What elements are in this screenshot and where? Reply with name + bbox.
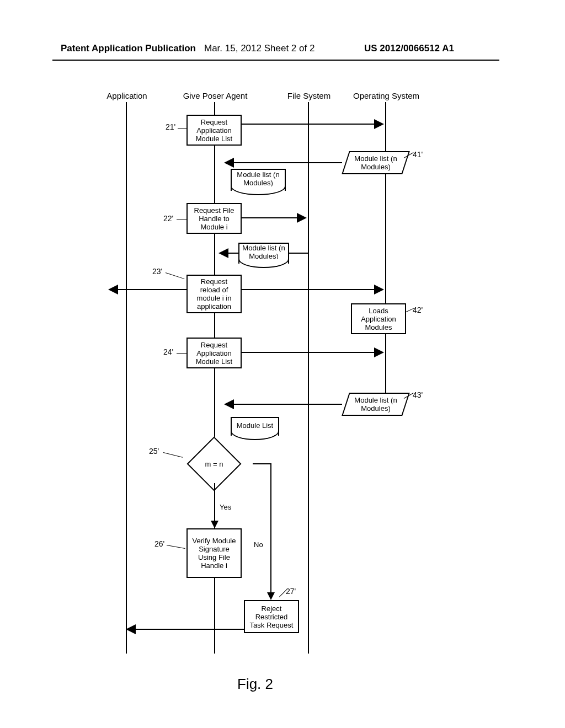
decision-25-label: m = n [175,445,253,483]
header-rule [52,60,499,61]
patent-figure-page: Patent Application Publication Mar. 15, … [0,0,565,728]
msg-21-to-os [242,124,376,125]
msg-22-to-fs [242,217,299,218]
arrowhead-27-app [127,625,135,633]
ref-21: 21' [166,122,175,131]
leader-26 [167,545,185,549]
ref-42: 42' [413,306,423,314]
arrowhead-22 [298,214,306,222]
msg-24-to-os [242,352,376,353]
msg-23-to-os [242,289,376,290]
lifeline-application [126,102,127,654]
msg-fs-return-r [289,253,308,254]
label-no: No [254,540,263,549]
arrowhead-24 [375,349,383,356]
lane-agent: Give Poser Agent [177,91,254,100]
lane-filesystem: File System [281,91,337,100]
lane-application: Application [99,91,154,100]
msg-23-to-app [116,289,186,290]
arrowhead-yes [211,521,218,528]
decision-25: m = n [175,445,253,483]
artifact-43-text: Module list (n Modules) [345,396,406,413]
artifact-41-module-list: Module list (n Modules) [345,151,406,174]
label-yes: Yes [220,503,231,511]
ref-24: 24' [163,347,173,356]
ref-25: 25' [149,447,159,456]
ref-22: 22' [163,214,173,223]
edge-yes [214,483,215,522]
lifeline-os [385,102,386,411]
arrowhead-23-os [375,286,383,293]
arrowhead-fs-return [220,249,227,257]
lifeline-filesystem [308,102,309,654]
artifact-43-module-list: Module list (n Modules) [345,393,406,416]
step-27-reject-request: Reject Restricted Task Request [244,600,299,633]
leader-22 [177,220,186,220]
leader-24 [177,353,186,354]
arrowhead-43-return [225,400,233,408]
msg-43-return [232,404,342,405]
edge-no-h [253,463,271,464]
ref-26: 26' [154,539,164,548]
arrowhead-23-app [109,286,117,293]
step-24-request-module-list: Request Application Module List [186,338,242,368]
ref-41: 41' [413,150,423,159]
lane-os: Operating System [345,91,428,100]
artifact-41-text: Module list (n Modules) [345,154,406,171]
leader-21 [178,128,186,129]
step-22-request-file-handle: Request File Handle to Module i [186,203,242,234]
arrowhead-21 [375,120,383,128]
doc-module-list-3: Module List [231,417,279,436]
edge-no-v [270,463,271,593]
msg-27-to-app [134,629,244,630]
step-21-request-module-list: Request Application Module List [186,115,242,146]
ref-43: 43' [413,390,423,399]
header-publication: Patent Application Publication [61,43,196,54]
step-26-verify-signature: Verify Module Signature Using File Handl… [186,528,242,578]
arrowhead-41-return [225,159,233,167]
step-42-loads-modules: Loads Application Modules [351,303,406,334]
figure-caption: Fig. 2 [237,676,273,693]
doc-module-list-1: Module list (n Modules) [231,169,286,191]
ref-23: 23' [152,267,162,276]
ref-27: 27' [286,587,296,596]
msg-41-return [232,162,342,163]
header-pubnum: US 2012/0066512 A1 [364,43,454,54]
leader-23 [166,272,185,279]
header-date-sheet: Mar. 15, 2012 Sheet 2 of 2 [204,43,315,54]
doc-module-list-2: Module list (n Modules) [238,243,289,264]
step-23-request-reload: Request reload of module i in applicatio… [186,275,242,313]
arrowhead-no [267,592,275,600]
